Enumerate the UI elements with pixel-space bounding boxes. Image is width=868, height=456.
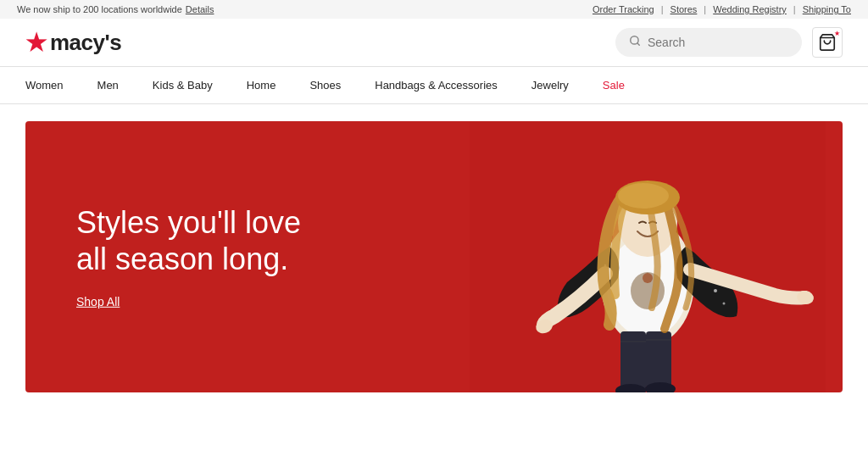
stores-link[interactable]: Stores bbox=[670, 4, 698, 14]
hero-cta-link[interactable]: Shop All bbox=[76, 295, 120, 309]
hero-title: Styles you'll love all season long. bbox=[76, 204, 301, 277]
shopping-bag-button[interactable]: ★ bbox=[812, 27, 843, 58]
announcement-message: We now ship to 200 locations worldwide bbox=[17, 4, 182, 14]
logo[interactable]: ★ macy's bbox=[25, 29, 121, 57]
hero-content: Styles you'll love all season long. Shop… bbox=[76, 204, 301, 309]
header-right: ★ bbox=[615, 27, 843, 58]
announcement-details-link[interactable]: Details bbox=[186, 4, 214, 14]
hero-banner: Styles you'll love all season long. Shop… bbox=[25, 121, 843, 392]
nav-item-jewelry[interactable]: Jewelry bbox=[515, 67, 586, 103]
nav-item-shoes[interactable]: Shoes bbox=[292, 67, 358, 103]
search-input[interactable] bbox=[648, 36, 788, 49]
announcement-bar: We now ship to 200 locations worldwide D… bbox=[0, 0, 868, 19]
wedding-registry-link[interactable]: Wedding Registry bbox=[713, 4, 787, 14]
nav-item-sale[interactable]: Sale bbox=[586, 67, 642, 103]
svg-point-16 bbox=[714, 289, 717, 292]
nav-item-women[interactable]: Women bbox=[25, 67, 81, 103]
svg-point-22 bbox=[618, 183, 669, 209]
svg-rect-8 bbox=[620, 331, 646, 391]
nav-item-home[interactable]: Home bbox=[230, 67, 293, 103]
nav-item-men[interactable]: Men bbox=[81, 67, 136, 103]
header-utility-links: Order Tracking | Stores | Wedding Regist… bbox=[593, 4, 851, 14]
divider-1: | bbox=[661, 4, 664, 14]
shipping-to-link[interactable]: Shipping To bbox=[803, 4, 851, 14]
svg-point-7 bbox=[643, 273, 653, 283]
logo-star-icon: ★ bbox=[25, 29, 47, 57]
logo-wordmark: macy's bbox=[50, 30, 121, 56]
svg-point-18 bbox=[723, 303, 726, 305]
svg-line-1 bbox=[637, 43, 640, 46]
search-icon bbox=[629, 35, 641, 50]
order-tracking-link[interactable]: Order Tracking bbox=[593, 4, 654, 14]
announcement-text: We now ship to 200 locations worldwide D… bbox=[17, 4, 214, 14]
header: ★ macy's ★ bbox=[0, 19, 868, 67]
hero-person-image bbox=[470, 121, 826, 392]
bag-star-icon: ★ bbox=[834, 30, 840, 37]
nav-item-handbags[interactable]: Handbags & Accessories bbox=[358, 67, 515, 103]
main-nav: Women Men Kids & Baby Home Shoes Handbag… bbox=[0, 67, 868, 104]
person-svg bbox=[470, 121, 826, 392]
divider-2: | bbox=[704, 4, 706, 14]
search-bar[interactable] bbox=[615, 28, 802, 57]
divider-3: | bbox=[793, 4, 796, 14]
nav-item-kids-baby[interactable]: Kids & Baby bbox=[136, 67, 230, 103]
